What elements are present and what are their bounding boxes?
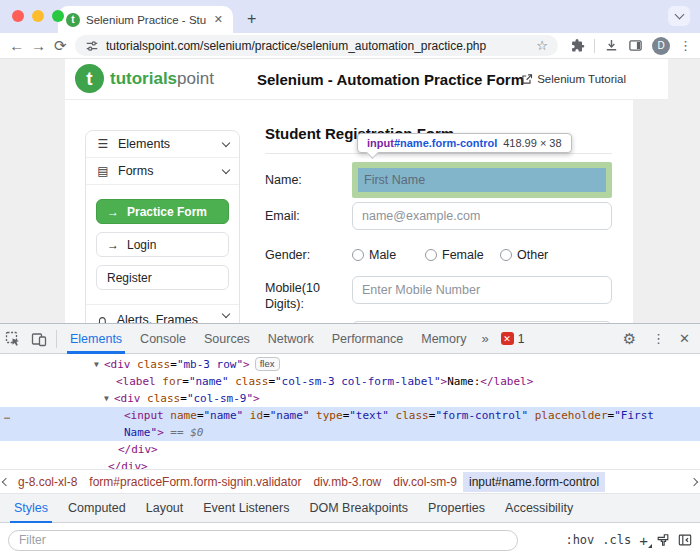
mobile-input[interactable] <box>352 276 612 304</box>
code-line-close-div[interactable]: </div> <box>0 458 700 469</box>
styles-filter-bar: :hov .cls + <box>0 523 700 557</box>
tab-layout[interactable]: Layout <box>136 493 194 523</box>
sidebar-item-register[interactable]: Register <box>96 265 229 290</box>
sidebar-item-login[interactable]: → Login <box>96 232 229 257</box>
radio-other[interactable]: Other <box>500 248 548 262</box>
tab-search-button[interactable] <box>668 6 690 26</box>
tab-accessibility[interactable]: Accessibility <box>495 493 583 523</box>
sidebar-item-forms[interactable]: ▤ Forms <box>86 158 239 185</box>
radio-male[interactable]: Male <box>352 248 425 262</box>
devtools-tab-network[interactable]: Network <box>259 324 323 354</box>
radio-female[interactable]: Female <box>425 248 500 262</box>
devtools-tab-memory[interactable]: Memory <box>412 324 475 354</box>
devtools-menu-icon[interactable]: ⋮ <box>645 331 672 346</box>
bell-icon <box>96 315 109 323</box>
name-input[interactable]: First Name <box>358 168 606 192</box>
devtools-tab-sources[interactable]: Sources <box>195 324 259 354</box>
elements-tree: ▼<div class="mb-3 row">flex <label for="… <box>0 354 700 469</box>
settings-gear-icon[interactable]: ⚙ <box>614 330 645 348</box>
element-classes-button[interactable]: .cls <box>602 533 631 547</box>
profile-avatar[interactable]: D <box>652 37 670 55</box>
extensions-icon[interactable] <box>570 38 585 53</box>
code-line-input-selected[interactable]: …<input name="name" id="name" type="text… <box>0 407 700 441</box>
tutorialspoint-logo[interactable]: t tutorialspoint <box>75 64 214 93</box>
form-icon: ▤ <box>96 164 110 178</box>
error-count-badge[interactable]: ✕ 1 <box>495 332 531 346</box>
selenium-tutorial-link[interactable]: Selenium Tutorial <box>521 73 626 85</box>
hamburger-icon: ☰ <box>96 137 110 151</box>
toolbar-divider <box>56 330 57 348</box>
breadcrumb-div-row[interactable]: div.mb-3.row <box>307 472 387 492</box>
browser-window: t Selenium Practice - Student F ✕ + ← → … <box>0 0 700 557</box>
device-toolbar-button[interactable] <box>26 331 52 347</box>
minimize-window-button[interactable] <box>32 10 44 22</box>
external-link-icon <box>521 73 533 85</box>
address-bar[interactable]: tutorialspoint.com/selenium/practice/sel… <box>75 35 558 56</box>
gutter-dots-icon[interactable]: … <box>4 407 10 424</box>
dom-breadcrumbs: g-8.col-xl-8 form#practiceForm.form-sign… <box>0 469 700 493</box>
reload-button[interactable]: ⟳ <box>51 37 69 55</box>
code-line-div-col[interactable]: ▼<div class="col-sm-9"> <box>0 390 700 407</box>
inspect-highlight-padding: First Name <box>352 162 612 198</box>
devtools-tab-elements[interactable]: Elements <box>61 324 131 354</box>
download-icon[interactable] <box>604 38 619 53</box>
rendering-emulations-button[interactable] <box>656 533 670 547</box>
mobile-label: Mobile(10 Digits): <box>265 276 352 313</box>
code-line-close-div[interactable]: </div> <box>0 441 700 458</box>
tooltip-dimensions: 418.99 × 38 <box>503 137 561 149</box>
flex-badge[interactable]: flex <box>255 357 280 371</box>
expand-arrow-icon[interactable]: ▼ <box>104 390 114 407</box>
close-window-button[interactable] <box>12 10 24 22</box>
name-field-row: Name: First Name <box>265 162 612 198</box>
tune-icon <box>85 39 99 53</box>
gender-radios: Male Female Other <box>352 243 548 262</box>
code-line-label[interactable]: <label for="name" class="col-sm-3 col-fo… <box>0 373 700 390</box>
inspect-element-button[interactable] <box>0 331 26 347</box>
sidebar-item-elements[interactable]: ☰ Elements <box>86 131 239 158</box>
toggle-sidebar-button[interactable] <box>678 533 692 547</box>
new-style-rule-button[interactable]: + <box>639 532 648 549</box>
selenium-tutorial-label: Selenium Tutorial <box>537 73 626 85</box>
code-line-div-row[interactable]: ▼<div class="mb-3 row">flex <box>0 356 700 373</box>
device-toolbar-icon <box>31 331 47 347</box>
tab-styles[interactable]: Styles <box>4 493 58 523</box>
tab-close-icon[interactable]: ✕ <box>212 13 225 26</box>
url-text[interactable]: tutorialspoint.com/selenium/practice/sel… <box>106 39 529 53</box>
expand-arrow-icon[interactable]: ▼ <box>94 356 104 373</box>
breadcrumb-scroll-left[interactable] <box>0 479 12 485</box>
tab-computed[interactable]: Computed <box>58 493 136 523</box>
browser-tab[interactable]: t Selenium Practice - Student F ✕ <box>58 6 233 33</box>
toggle-element-state-button[interactable]: :hov <box>565 533 594 547</box>
tab-dom-breakpoints[interactable]: DOM Breakpoints <box>299 493 418 523</box>
browser-menu-icon[interactable]: ⋮ <box>679 38 692 53</box>
tab-strip: t Selenium Practice - Student F ✕ + <box>0 0 700 33</box>
chevron-down-icon <box>674 10 684 20</box>
back-button[interactable]: ← <box>8 37 26 54</box>
devtools-tab-console[interactable]: Console <box>131 324 195 354</box>
gender-field-row: Gender: Male Female Other <box>265 243 612 262</box>
email-field-row: Email: <box>265 202 612 230</box>
sidebar-item-practice-form[interactable]: → Practice Form <box>96 199 229 224</box>
breadcrumb-div-col[interactable]: div.col-sm-9 <box>387 472 463 492</box>
styles-filter-input[interactable] <box>8 530 518 551</box>
devtools-tab-performance[interactable]: Performance <box>323 324 413 354</box>
breadcrumb-scroll-right[interactable] <box>688 479 700 485</box>
gender-label: Gender: <box>265 243 352 262</box>
devtools-close-icon[interactable]: ✕ <box>672 331 700 346</box>
bookmark-star-icon[interactable]: ☆ <box>536 38 548 53</box>
practice-form-label: Practice Form <box>127 205 207 219</box>
tab-event-listeners[interactable]: Event Listeners <box>193 493 299 523</box>
sidebar-item-alerts[interactable]: Alerts, Frames & Windows <box>86 305 239 323</box>
arrow-right-icon: → <box>107 238 119 252</box>
new-tab-button[interactable]: + <box>247 10 256 28</box>
forward-button[interactable]: → <box>30 37 48 54</box>
tab-properties[interactable]: Properties <box>418 493 495 523</box>
error-count: 1 <box>518 332 525 346</box>
breadcrumb-col-xl[interactable]: g-8.col-xl-8 <box>12 472 83 492</box>
breadcrumb-form[interactable]: form#practiceForm.form-signin.validator <box>83 472 307 492</box>
side-panel-icon[interactable] <box>628 38 643 53</box>
breadcrumb-input-selected[interactable]: input#name.form-control <box>463 472 605 492</box>
zoom-window-button[interactable] <box>52 10 64 22</box>
more-tabs-icon[interactable]: » <box>475 331 494 346</box>
email-input[interactable] <box>352 202 612 230</box>
